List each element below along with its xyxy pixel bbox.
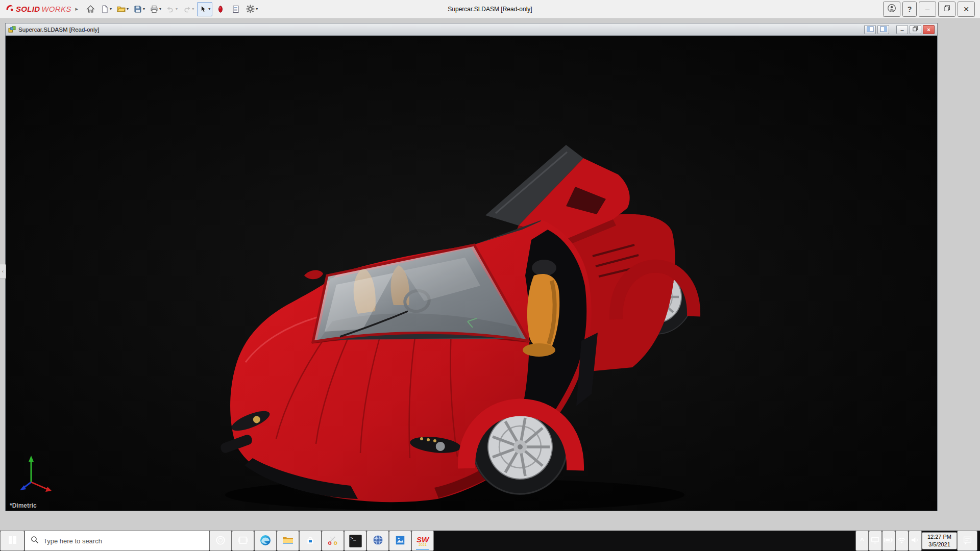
open-folder-icon bbox=[117, 5, 126, 13]
redo-icon bbox=[183, 5, 191, 13]
solidworks-taskbar-button[interactable]: SW 2021 bbox=[411, 531, 434, 551]
pane-split-left-button[interactable] bbox=[864, 25, 876, 34]
photos-icon bbox=[395, 535, 406, 547]
account-button[interactable] bbox=[883, 2, 900, 17]
new-document-caret[interactable]: ▾ bbox=[110, 7, 112, 11]
undo-button[interactable]: ▾ bbox=[164, 2, 180, 16]
action-center-button[interactable] bbox=[957, 531, 977, 551]
account-icon bbox=[887, 4, 896, 14]
battery-tray-button[interactable] bbox=[882, 531, 895, 551]
orientation-triad bbox=[16, 453, 56, 497]
task-view-button[interactable] bbox=[232, 531, 254, 551]
feature-panel-collapse-tab[interactable]: ‹ bbox=[0, 264, 6, 279]
open-button[interactable]: ▾ bbox=[115, 2, 131, 16]
file-explorer-icon bbox=[282, 534, 294, 548]
redo-button[interactable]: ▾ bbox=[181, 2, 196, 16]
cortana-button[interactable] bbox=[209, 531, 232, 551]
command-prompt-button[interactable]: >_ bbox=[344, 531, 366, 551]
clock-date: 3/5/2021 bbox=[927, 541, 951, 548]
rebuild-icon bbox=[217, 5, 224, 13]
taskbar-clock[interactable]: 12:27 PM 3/5/2021 bbox=[922, 532, 957, 549]
store-button[interactable] bbox=[299, 531, 322, 551]
volume-icon bbox=[910, 535, 920, 546]
rebuild-button[interactable] bbox=[213, 2, 228, 16]
save-icon bbox=[134, 5, 142, 13]
display-tray-button[interactable] bbox=[869, 531, 882, 551]
save-button[interactable]: ▾ bbox=[132, 2, 147, 16]
document-window: Supercar.SLDASM [Read-only] – × bbox=[5, 23, 938, 511]
search-input[interactable] bbox=[43, 537, 203, 545]
hidden-icons-button[interactable]: ^ bbox=[855, 531, 869, 551]
view-orientation-label: *Dimetric bbox=[10, 502, 37, 509]
doc-restore-button[interactable] bbox=[910, 25, 921, 34]
quick-access-toolbar: ▾ ▾ ▾ ▾ ▾ ▾ ▾ bbox=[83, 2, 260, 16]
print-caret[interactable]: ▾ bbox=[159, 7, 161, 11]
start-button[interactable] bbox=[0, 531, 24, 551]
restore-button[interactable] bbox=[938, 2, 955, 17]
close-button[interactable]: × bbox=[958, 2, 975, 17]
assembly-document-icon bbox=[8, 26, 16, 33]
brand-text-works: WORKS bbox=[41, 5, 71, 13]
home-button[interactable] bbox=[83, 2, 97, 16]
file-properties-button[interactable] bbox=[229, 2, 243, 16]
screen: SOLIDWORKS ▸ ▾ ▾ ▾ ▾ bbox=[0, 0, 980, 551]
pane-split-right-icon bbox=[880, 26, 887, 33]
clock-time: 12:27 PM bbox=[927, 533, 951, 541]
viewport-3d[interactable]: *Dimetric bbox=[6, 36, 937, 511]
app-window-title: Supercar.SLDASM [Read-only] bbox=[448, 6, 532, 13]
document-window-controls: – × bbox=[864, 25, 935, 34]
restore-icon bbox=[944, 5, 950, 13]
wifi-icon bbox=[897, 535, 906, 546]
doc-minimize-button[interactable]: – bbox=[896, 25, 908, 34]
task-view-icon bbox=[237, 535, 249, 547]
edge-button[interactable] bbox=[254, 531, 277, 551]
document-title-bar[interactable]: Supercar.SLDASM [Read-only] – × bbox=[6, 23, 937, 36]
menu-expand-arrow[interactable]: ▸ bbox=[76, 6, 79, 12]
sphere-app-icon bbox=[372, 534, 384, 547]
redo-caret[interactable]: ▾ bbox=[192, 7, 194, 11]
options-caret[interactable]: ▾ bbox=[256, 7, 258, 11]
volume-tray-button[interactable] bbox=[909, 531, 922, 551]
photos-button[interactable] bbox=[389, 531, 411, 551]
network-tray-button[interactable] bbox=[895, 531, 909, 551]
minimize-button[interactable]: – bbox=[919, 2, 936, 17]
battery-icon bbox=[884, 535, 893, 546]
undo-caret[interactable]: ▾ bbox=[176, 7, 178, 11]
action-center-icon bbox=[963, 535, 972, 546]
select-caret[interactable]: ▾ bbox=[208, 7, 210, 11]
snipping-tool-button[interactable] bbox=[322, 531, 344, 551]
new-document-icon bbox=[101, 5, 109, 13]
store-bag-icon bbox=[305, 535, 316, 547]
brand-text-solid: SOLID bbox=[16, 5, 40, 13]
save-caret[interactable]: ▾ bbox=[143, 7, 145, 11]
windows-logo-icon bbox=[8, 536, 17, 546]
select-button[interactable]: ▾ bbox=[197, 2, 212, 16]
new-document-button[interactable]: ▾ bbox=[99, 2, 114, 16]
edge-icon bbox=[259, 534, 272, 548]
command-prompt-icon: >_ bbox=[349, 535, 362, 547]
search-icon bbox=[31, 536, 39, 546]
file-properties-icon bbox=[232, 5, 240, 13]
pane-split-right-button[interactable] bbox=[877, 25, 889, 34]
taskbar-search[interactable] bbox=[24, 531, 209, 551]
doc-restore-icon bbox=[913, 26, 918, 33]
print-icon bbox=[150, 5, 158, 13]
solidworks-brand: SOLIDWORKS bbox=[5, 4, 71, 15]
options-button[interactable]: ▾ bbox=[244, 2, 260, 16]
doc-close-button[interactable]: × bbox=[923, 25, 935, 34]
options-gear-icon bbox=[246, 5, 255, 13]
open-caret[interactable]: ▾ bbox=[127, 7, 129, 11]
solidworks-app-icon: SW 2021 bbox=[416, 536, 429, 546]
display-icon bbox=[871, 536, 879, 546]
help-button[interactable]: ? bbox=[902, 2, 917, 17]
cortana-icon bbox=[215, 535, 226, 547]
sphere-app-button[interactable] bbox=[366, 531, 389, 551]
app-window-controls: ? – × bbox=[883, 2, 975, 17]
select-arrow-icon bbox=[199, 5, 207, 13]
scissors-icon bbox=[327, 535, 338, 547]
print-button[interactable]: ▾ bbox=[148, 2, 163, 16]
system-tray: ^ 12:27 PM 3/5/2021 bbox=[855, 531, 980, 551]
undo-icon bbox=[166, 5, 175, 13]
viewport-render[interactable] bbox=[6, 36, 937, 511]
file-explorer-button[interactable] bbox=[277, 531, 299, 551]
